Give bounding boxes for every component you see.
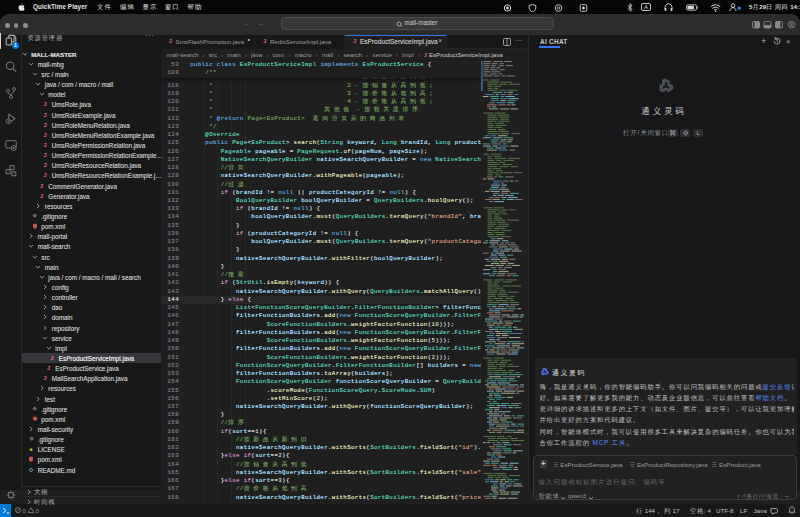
svg-text:A: A [644, 4, 648, 10]
svg-text:0: 0 [36, 508, 40, 514]
svg-text:0: 0 [23, 508, 27, 514]
